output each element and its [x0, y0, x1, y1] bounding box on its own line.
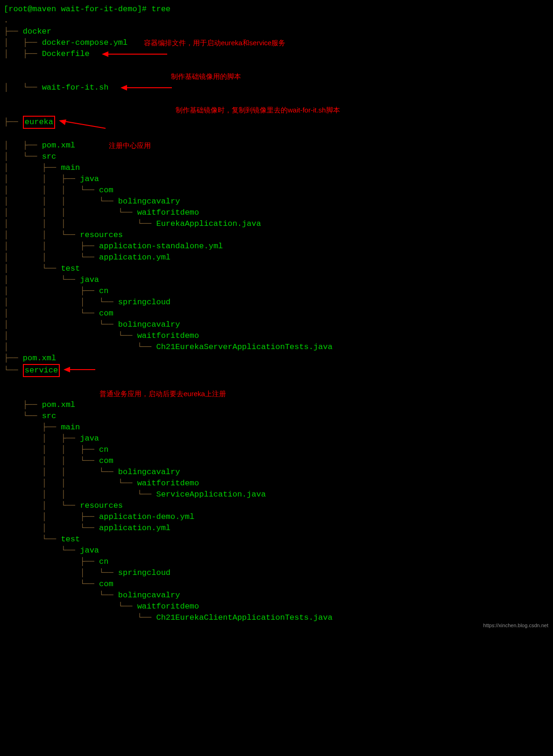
- tree-eureka-test: │ └── test: [4, 263, 549, 274]
- tree-eureka-resources: │ │ └── resources: [4, 230, 549, 241]
- annotation-wait-for-it: 制作基础镜像时，复制到镜像里去的wait-for-it.sh脚本: [176, 105, 340, 116]
- tree-eureka-main-com: │ │ │ └── com: [4, 185, 549, 196]
- tree-service-main-com: │ │ └── com: [4, 455, 549, 467]
- tree-service-app-demo: │ ├── application-demo.yml: [4, 511, 549, 523]
- tree-eureka-test-wfd: │ └── waitforitdemo: [4, 330, 549, 342]
- svg-marker-5: [59, 119, 66, 125]
- tree-eureka-test-bc: │ └── bolingcavalry: [4, 319, 549, 330]
- svg-marker-1: [102, 51, 108, 57]
- tree-eureka-app: │ │ │ └── EurekaApplication.java: [4, 218, 549, 230]
- tree-eureka-test-cn: │ ├── cn: [4, 286, 549, 297]
- tree-service-test-cn: ├── cn: [4, 556, 549, 567]
- tree-docker-compose: │ ├── docker-compose.yml容器编排文件，用于启动eurek…: [4, 37, 549, 49]
- arrow-icon: [59, 117, 106, 131]
- tree-eureka-test-class: │ └── Ch21EurekaServerApplicationTests.j…: [4, 342, 549, 353]
- annotation-dockerfile: 制作基础镜像用的脚本: [171, 71, 241, 82]
- tree-service-main-wfd: │ │ └── waitforitdemo: [4, 478, 549, 489]
- annotation-service: 普通业务应用，启动后要去eureka上注册: [99, 388, 226, 399]
- tree-eureka-main-wfd: │ │ │ └── waitforitdemo: [4, 207, 549, 218]
- tree-service-resources: │ └── resources: [4, 500, 549, 511]
- tree-service-main: ├── main: [4, 422, 549, 433]
- tree-service-src: └── src: [4, 411, 549, 422]
- tree-service-dir: └── service 普通业务应用，启动后要去eureka上注册: [4, 364, 549, 399]
- svg-marker-3: [121, 85, 127, 91]
- terminal-output: [root@maven wait-for-it-demo]# tree . ├─…: [4, 4, 549, 623]
- tree-eureka-app-standalone: │ │ ├── application-standalone.yml: [4, 241, 549, 252]
- tree-service-main-java: │ ├── java: [4, 433, 549, 444]
- tree-service-main-cn: │ │ ├── cn: [4, 444, 549, 455]
- annotation-eureka: 注册中心应用: [109, 140, 151, 151]
- tree-wait-for-it: │ └── wait-for-it.sh 制作基础镜像时，复制到镜像里去的wai…: [4, 82, 549, 116]
- tree-service-app-yml: │ └── application.yml: [4, 523, 549, 534]
- annotation-compose: 容器编排文件，用于启动eureka和service服务: [144, 37, 285, 49]
- tree-eureka-src: │ └── src: [4, 151, 549, 162]
- arrow-icon: [64, 365, 95, 374]
- tree-root-dot: .: [4, 15, 549, 26]
- tree-service-test-wfd: └── waitforitdemo: [4, 601, 549, 612]
- svg-line-4: [64, 121, 106, 128]
- svg-marker-7: [64, 367, 70, 372]
- tree-service-test-java: └── java: [4, 545, 549, 556]
- watermark: https://xinchen.blog.csdn.net: [483, 620, 548, 631]
- highlight-box-eureka: eureka: [23, 116, 55, 129]
- tree-eureka-main: │ ├── main: [4, 162, 549, 174]
- arrow-icon: [121, 84, 172, 92]
- tree-service-test-class: └── Ch21EurekaClientApplicationTests.jav…: [4, 612, 549, 623]
- tree-service-pom: ├── pom.xml: [4, 399, 549, 411]
- tree-service-test: └── test: [4, 534, 549, 545]
- tree-service-test-springcloud: │ └── springcloud: [4, 567, 549, 579]
- tree-service-app: │ │ └── ServiceApplication.java: [4, 489, 549, 500]
- tree-dockerfile: │ ├── Dockerfile 制作基础镜像用的脚本: [4, 49, 549, 82]
- tree-root-pom: ├── pom.xml: [4, 353, 549, 364]
- arrow-icon: [102, 50, 167, 58]
- tree-eureka-test-springcloud: │ │ └── springcloud: [4, 297, 549, 308]
- tree-eureka-test-java: │ └── java: [4, 274, 549, 286]
- tree-eureka-dir: ├── eureka: [4, 116, 549, 140]
- tree-eureka-main-bc: │ │ │ └── bolingcavalry: [4, 196, 549, 207]
- tree-service-test-com: └── com: [4, 579, 549, 590]
- shell-prompt: [root@maven wait-for-it-demo]# tree: [4, 4, 549, 15]
- tree-eureka-app-yml: │ │ └── application.yml: [4, 252, 549, 263]
- tree-eureka-main-java: │ │ ├── java: [4, 174, 549, 185]
- tree-docker-dir: ├── docker: [4, 26, 549, 37]
- tree-service-main-bc: │ │ └── bolingcavalry: [4, 467, 549, 478]
- tree-service-test-bc: └── bolingcavalry: [4, 590, 549, 601]
- highlight-box-service: service: [23, 364, 60, 377]
- tree-eureka-pom: │ ├── pom.xml注册中心应用: [4, 140, 549, 151]
- tree-eureka-test-com: │ └── com: [4, 308, 549, 319]
